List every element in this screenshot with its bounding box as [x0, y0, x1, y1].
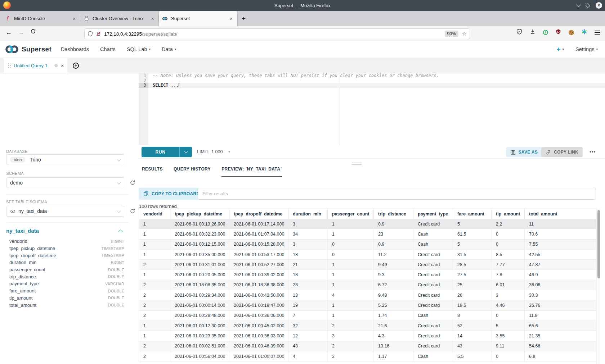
filter-results-input[interactable]: [198, 188, 596, 200]
close-tab-icon[interactable]: ×: [150, 16, 156, 22]
query-tab-label[interactable]: Untitled Query 1: [14, 63, 53, 68]
table-scrollbar[interactable]: [596, 209, 600, 364]
table-row[interactable]: 22021-06-01 00:02:51.0002021-06-01 00:46…: [139, 341, 596, 351]
column-row-vendorid[interactable]: vendoridBIGINT: [6, 238, 124, 245]
column-row-fare-amount[interactable]: fare_amountDOUBLE: [6, 287, 124, 295]
column-header-total-amount[interactable]: total_amount: [525, 209, 596, 219]
table-row[interactable]: 12021-06-01 00:32:23.0002021-06-01 01:07…: [139, 229, 596, 239]
forward-icon[interactable]: →: [18, 29, 24, 36]
menu-hamburger-icon[interactable]: [595, 31, 600, 35]
copy-link-button[interactable]: COPY LINK: [541, 147, 583, 157]
nav-item-charts[interactable]: Charts: [100, 46, 116, 52]
column-header-tpep-dropoff-datetime[interactable]: tpep_dropoff_datetime: [229, 209, 288, 219]
results-tab-results[interactable]: RESULTS: [142, 167, 163, 177]
table-row[interactable]: 12021-06-01 00:13:26.0002021-06-01 00:17…: [139, 219, 596, 229]
column-header-tpep-pickup-datetime[interactable]: tpep_pickup_datetime: [170, 209, 229, 219]
add-query-tab-button[interactable]: +: [73, 63, 79, 69]
close-tab-icon[interactable]: ×: [71, 16, 77, 22]
new-tab-button[interactable]: +: [237, 11, 250, 26]
results-tab-preview-ny-taxi-data[interactable]: PREVIEW: `NY_TAXI_DATA`: [221, 167, 282, 177]
column-row-tpep-pickup-datetime[interactable]: tpep_pickup_datetimeTIMESTAMP: [6, 245, 124, 252]
column-header-fare-amount[interactable]: fare_amount: [453, 209, 492, 219]
zoom-level-badge[interactable]: 90%: [445, 31, 458, 37]
shield-icon[interactable]: [88, 31, 93, 37]
database-select[interactable]: trino Trino: [6, 154, 124, 165]
refresh-table-icon[interactable]: [129, 208, 136, 215]
table-row[interactable]: 22021-06-01 18:08:35.0002021-06-01 18:36…: [139, 280, 596, 290]
ublock-extension-icon[interactable]: [556, 29, 561, 36]
browser-tab-minio-console[interactable]: MinIO Console×: [2, 11, 80, 26]
reload-icon[interactable]: [30, 28, 36, 36]
close-query-tab-icon[interactable]: ×: [61, 63, 64, 68]
schema-select[interactable]: demo: [6, 177, 124, 188]
drag-handle-icon[interactable]: [8, 63, 11, 68]
code-line-3[interactable]: SELECT ...: [148, 83, 605, 88]
column-header-trip-distance[interactable]: trip_distance: [374, 209, 413, 219]
superset-logo[interactable]: Superset: [5, 45, 51, 54]
more-options-button[interactable]: •••: [590, 149, 596, 154]
url-bar[interactable]: 172.18.0.4:32295/superset/sqllab/ 90% ☆: [84, 28, 470, 39]
copy-to-clipboard-button[interactable]: COPY TO CLIPBOARD: [139, 188, 204, 200]
minimize-icon[interactable]: [576, 3, 581, 7]
save-as-button[interactable]: SAVE AS: [506, 147, 542, 157]
nav-item-sql-lab[interactable]: SQL Lab▾: [127, 46, 151, 52]
nav-item-dashboards[interactable]: Dashboards: [61, 46, 89, 52]
download-icon[interactable]: [530, 29, 535, 36]
collapse-caret-icon[interactable]: [118, 229, 123, 234]
column-header-duration-min[interactable]: duration_min: [288, 209, 328, 219]
column-header-tip-amount[interactable]: tip_amount: [492, 209, 525, 219]
maximize-icon[interactable]: [586, 3, 590, 8]
table-cell: 2021-06-01 00:53:17.000: [229, 249, 288, 259]
close-window-icon[interactable]: ×: [596, 2, 602, 9]
table-schema-select[interactable]: ny_taxi_data: [6, 206, 124, 217]
url-text[interactable]: 172.18.0.4:32295/superset/sqllab/: [104, 31, 445, 37]
column-row-trip-distance[interactable]: trip_distanceDOUBLE: [6, 273, 124, 280]
table-schema-title[interactable]: ny_taxi_data: [6, 228, 39, 234]
table-row[interactable]: 12021-06-01 00:12:15.0002021-06-01 00:15…: [139, 239, 596, 249]
browser-tab-superset[interactable]: Superset×: [159, 11, 237, 26]
new-item-button[interactable]: +▾: [556, 45, 564, 53]
query-tab-untitled-query-1[interactable]: Untitled Query 1 ×: [4, 58, 67, 73]
ghostery-extension-icon[interactable]: [543, 30, 548, 35]
table-row[interactable]: 22021-06-01 00:28:48.0002021-06-01 00:36…: [139, 310, 596, 320]
scrollbar-thumb[interactable]: [597, 210, 600, 278]
shield-check-icon[interactable]: [516, 29, 522, 36]
column-row-tip-amount[interactable]: tip_amountDOUBLE: [6, 295, 124, 302]
cookie-extension-icon[interactable]: [569, 30, 574, 35]
run-options-caret[interactable]: [180, 147, 192, 157]
table-row[interactable]: 22021-06-01 00:31:01.0002021-06-01 00:52…: [139, 260, 596, 270]
table-row[interactable]: 12021-06-01 00:23:35.0002021-06-01 00:36…: [139, 331, 596, 341]
sql-editor[interactable]: 123 -- Note: Unless you save your query,…: [139, 73, 605, 145]
column-row-tpep-dropoff-datetime[interactable]: tpep_dropoff_datetimeTIMESTAMP: [6, 252, 124, 259]
column-header-passenger-count[interactable]: passenger_count: [328, 209, 374, 219]
table-row[interactable]: 22021-06-01 00:29:34.0002021-06-01 00:42…: [139, 290, 596, 300]
table-cell: 2021-06-01 00:32:23.000: [170, 229, 229, 239]
brand-name[interactable]: Superset: [22, 45, 51, 53]
nav-item-data[interactable]: Data▾: [162, 46, 176, 52]
column-row-total-amount[interactable]: total_amountDOUBLE: [6, 301, 124, 309]
code-line-2[interactable]: [148, 78, 605, 83]
limit-dropdown[interactable]: LIMIT: 1 000 ▾: [197, 149, 230, 154]
column-row-duration-min[interactable]: duration_minBIGINT: [6, 259, 124, 266]
code-line-1[interactable]: -- Note: Unless you save your query, the…: [148, 73, 605, 78]
table-row[interactable]: 22021-06-01 00:00:14.0002021-06-01 00:19…: [139, 300, 596, 310]
back-icon[interactable]: ←: [6, 29, 12, 36]
insecure-lock-icon[interactable]: [96, 31, 101, 37]
pane-resize-handle[interactable]: [352, 163, 362, 166]
table-row[interactable]: 12021-06-01 00:12:30.0002021-06-01 00:45…: [139, 320, 596, 331]
table-row[interactable]: 22021-06-01 00:56:04.0002021-06-01 01:00…: [139, 351, 596, 361]
column-row-payment-type[interactable]: payment_typeVARCHAR: [6, 280, 124, 287]
column-row-passenger-count[interactable]: passenger_countDOUBLE: [6, 266, 124, 273]
asterisk-extension-icon[interactable]: [582, 29, 587, 36]
bookmark-star-icon[interactable]: ☆: [462, 31, 467, 37]
browser-tab-cluster-overview-trino[interactable]: Cluster Overview - Trino×: [80, 11, 159, 26]
column-header-payment-type[interactable]: payment_type: [413, 209, 453, 219]
results-tab-query-history[interactable]: QUERY HISTORY: [174, 167, 211, 177]
table-row[interactable]: 12021-06-01 00:20:05.0002021-06-01 00:39…: [139, 270, 596, 280]
column-header-vendorid[interactable]: vendorid: [139, 209, 170, 219]
close-tab-icon[interactable]: ×: [228, 16, 234, 22]
settings-menu[interactable]: Settings▾: [575, 46, 598, 52]
table-row[interactable]: 12021-06-01 00:35:00.0002021-06-01 00:53…: [139, 249, 596, 259]
refresh-schema-icon[interactable]: [129, 179, 136, 186]
run-query-button[interactable]: RUN: [142, 147, 192, 157]
